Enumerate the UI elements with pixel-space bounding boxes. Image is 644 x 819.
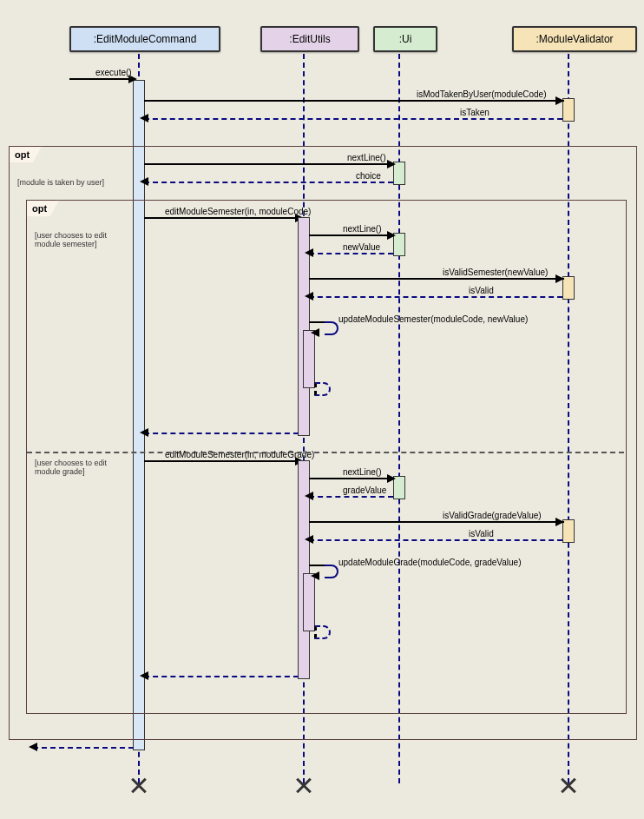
msg-nextline2: [309, 234, 394, 236]
msg-is-valid-grade: [309, 521, 564, 523]
arrow-icon: [140, 428, 148, 437]
arrow-icon: [29, 743, 37, 751]
msg-label: isValid: [469, 529, 494, 538]
arrow-icon: [305, 292, 313, 301]
msg-update-sem: [309, 321, 326, 323]
msg-nextline: [144, 163, 394, 165]
guard-inner1: [user chooses to edit module semester]: [35, 231, 122, 248]
destroy-icon: [296, 777, 312, 793]
msg-nextline3: [309, 478, 394, 479]
msg-label: isModTakenByUser(moduleCode): [417, 89, 547, 99]
self-call-arc: [325, 565, 338, 578]
msg-newvalue: [309, 253, 393, 254]
msg-label: newValue: [343, 242, 380, 252]
msg-label: editModuleSemester(in, moduleCode): [165, 207, 311, 216]
arrow-icon: [140, 671, 148, 680]
arrow-icon: [305, 535, 313, 544]
msg-edit-grade: [144, 460, 300, 462]
msg-label: isTaken: [460, 108, 490, 117]
arrow-icon: [555, 96, 564, 105]
msg-label: choice: [356, 171, 381, 181]
lifeline-validator: :ModuleValidator: [512, 26, 637, 52]
msg-label: execute(): [95, 68, 132, 77]
msg-edit-sem: [144, 217, 300, 219]
msg-final-return: [33, 747, 134, 749]
msg-label: editModuleSemester(in, moduleGrade): [165, 450, 314, 459]
lifeline-edit-utils: :EditUtils: [260, 26, 359, 52]
activation-validator: [562, 98, 575, 122]
activation-validator: [562, 276, 575, 300]
self-return-arc: [314, 382, 331, 396]
activation-validator: [562, 519, 575, 543]
msg-label: isValidSemester(newValue): [443, 267, 548, 277]
arrow-icon: [555, 274, 564, 283]
msg-is-taken: [144, 118, 562, 120]
msg-label: isValidGrade(gradeValue): [443, 511, 542, 520]
msg-label: nextLine(): [343, 224, 381, 234]
arrow-icon: [305, 248, 313, 257]
msg-execute: [69, 78, 133, 80]
arrow-icon: [311, 571, 319, 580]
destroy-icon: [561, 777, 576, 793]
arrow-icon: [387, 231, 396, 240]
self-call-arc: [325, 321, 338, 335]
msg-update-grade: [309, 565, 326, 566]
arrow-icon: [140, 177, 148, 186]
msg-return: [144, 676, 299, 677]
msg-isvalid2: [309, 539, 562, 541]
msg-is-valid-sem: [309, 278, 564, 280]
arrow-icon: [387, 160, 396, 168]
arrow-icon: [311, 328, 319, 337]
guard-outer: [module is taken by user]: [17, 178, 104, 187]
msg-label: nextLine(): [343, 467, 381, 477]
msg-label: updateModuleGrade(moduleCode, gradeValue…: [338, 558, 522, 567]
arrow-icon: [305, 492, 313, 500]
arrow-icon: [387, 474, 396, 483]
msg-return: [144, 433, 299, 434]
frag-separator: [27, 452, 624, 453]
destroy-icon: [131, 777, 147, 793]
fragment-tab: opt: [9, 146, 42, 162]
activation-self: [303, 330, 315, 388]
msg-is-mod-taken: [144, 100, 564, 102]
msg-label: updateModuleSemester(moduleCode, newValu…: [338, 314, 528, 324]
guard-inner2: [user chooses to edit module grade]: [35, 459, 122, 476]
lifeline-edit-command: :EditModuleCommand: [69, 26, 220, 52]
sequence-diagram: :EditModuleCommand :EditUtils :Ui :Modul…: [0, 0, 644, 819]
activation-self: [303, 573, 315, 631]
msg-choice: [144, 182, 393, 183]
msg-gradevalue: [309, 496, 393, 498]
self-return-arc: [314, 625, 331, 639]
lifeline-ui: :Ui: [373, 26, 437, 52]
msg-label: nextLine(): [347, 153, 385, 162]
msg-label: gradeValue: [343, 485, 386, 495]
arrow-icon: [555, 518, 564, 526]
msg-isvalid1: [309, 296, 562, 298]
msg-label: isValid: [469, 286, 494, 295]
arrow-icon: [140, 114, 148, 122]
fragment-tab: opt: [26, 200, 59, 216]
